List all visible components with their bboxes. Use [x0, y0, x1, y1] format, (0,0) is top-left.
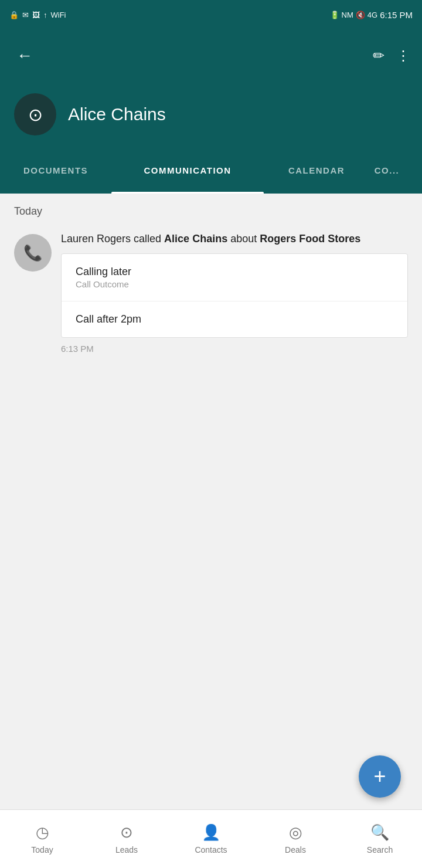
status-bar: 🔒 ✉ 🖼 ↑ WiFi 🔋 NM 🔇 4G 6:15 PM: [0, 0, 422, 29]
tab-more-label: CO...: [375, 165, 400, 175]
activity-text: Lauren Rogers called Alice Chains about …: [61, 232, 408, 246]
vpn-icon: 🔒: [9, 11, 19, 19]
nav-contacts-icon: 👤: [202, 823, 220, 842]
dropdown-option-2-primary: Call after 2pm: [76, 313, 393, 326]
tab-calendar-label: CALENDAR: [288, 165, 345, 175]
tab-communication-label: COMMUNICATION: [144, 165, 231, 175]
activity-item: 📞 Lauren Rogers called Alice Chains abou…: [0, 225, 422, 361]
wifi-icon: WiFi: [51, 11, 66, 19]
status-icons-left: 🔒 ✉ 🖼 ↑ WiFi: [9, 11, 66, 19]
fab-add-icon: +: [373, 766, 386, 787]
back-button[interactable]: ←: [12, 42, 38, 70]
edit-button[interactable]: ✏: [373, 48, 384, 64]
dropdown-card: Calling later Call Outcome Call after 2p…: [61, 253, 408, 338]
nav-contacts[interactable]: 👤 Contacts: [169, 810, 253, 868]
signal-icon: NM: [342, 11, 353, 19]
nav-contacts-label: Contacts: [195, 845, 227, 855]
tab-calendar[interactable]: CALENDAR: [264, 147, 369, 194]
dropdown-option-2[interactable]: Call after 2pm: [62, 301, 407, 337]
avatar-icon: ⊙: [28, 104, 43, 125]
tab-more[interactable]: CO...: [369, 147, 404, 194]
activity-bold2: Rogers Food Stores: [260, 233, 360, 245]
nav-leads-icon: ⊙: [120, 823, 133, 842]
tabs-container: DOCUMENTS COMMUNICATION CALENDAR CO...: [0, 147, 422, 194]
nav-deals-icon: ◎: [289, 823, 302, 842]
nav-today[interactable]: ◷ Today: [0, 810, 84, 868]
activity-bold1: Alice Chains: [164, 233, 227, 245]
nav-today-icon: ◷: [36, 823, 49, 842]
network-icon: 4G: [367, 11, 377, 19]
battery-icon: 🔋: [330, 11, 339, 19]
nav-search[interactable]: 🔍 Search: [338, 810, 422, 868]
tab-communication[interactable]: COMMUNICATION: [111, 147, 264, 194]
activity-time: 6:13 PM: [61, 344, 408, 354]
activity-mid: about: [227, 233, 260, 245]
tab-documents-label: DOCUMENTS: [23, 165, 88, 175]
bottom-nav: ◷ Today ⊙ Leads 👤 Contacts ◎ Deals 🔍 Sea…: [0, 809, 422, 868]
fab-add-button[interactable]: +: [359, 755, 401, 798]
activity-pre: Lauren Rogers called: [61, 233, 164, 245]
photo-icon: 🖼: [32, 11, 40, 19]
mail-icon: ✉: [22, 11, 29, 19]
avatar: ⊙: [14, 93, 56, 135]
nav-search-icon: 🔍: [370, 823, 389, 842]
nav-deals[interactable]: ◎ Deals: [253, 810, 338, 868]
today-label: Today: [0, 194, 422, 225]
dropdown-option-1[interactable]: Calling later Call Outcome: [62, 254, 407, 301]
status-icons-right: 🔋 NM 🔇 4G 6:15 PM: [330, 10, 413, 20]
call-icon: 📞: [23, 244, 42, 262]
top-bar-right: ✏ ⋮: [373, 48, 410, 64]
profile-section: ⊙ Alice Chains: [0, 82, 422, 147]
nav-leads-label: Leads: [115, 845, 138, 855]
content-area: Today 📞 Lauren Rogers called Alice Chain…: [0, 194, 422, 809]
nav-search-label: Search: [367, 845, 393, 855]
nav-today-label: Today: [31, 845, 53, 855]
clock: 6:15 PM: [380, 10, 413, 20]
profile-name: Alice Chains: [68, 104, 166, 124]
call-icon-circle: 📞: [14, 234, 52, 272]
upload-icon: ↑: [43, 11, 47, 19]
nav-deals-label: Deals: [285, 845, 306, 855]
top-bar-left: ←: [12, 42, 38, 70]
more-options-button[interactable]: ⋮: [396, 48, 410, 64]
mute-icon: 🔇: [356, 11, 365, 19]
top-bar: ← ✏ ⋮: [0, 29, 422, 82]
dropdown-option-1-secondary: Call Outcome: [76, 279, 393, 289]
dropdown-option-1-primary: Calling later: [76, 266, 393, 278]
tab-documents[interactable]: DOCUMENTS: [0, 147, 111, 194]
nav-leads[interactable]: ⊙ Leads: [84, 810, 169, 868]
activity-content: Lauren Rogers called Alice Chains about …: [61, 232, 408, 354]
